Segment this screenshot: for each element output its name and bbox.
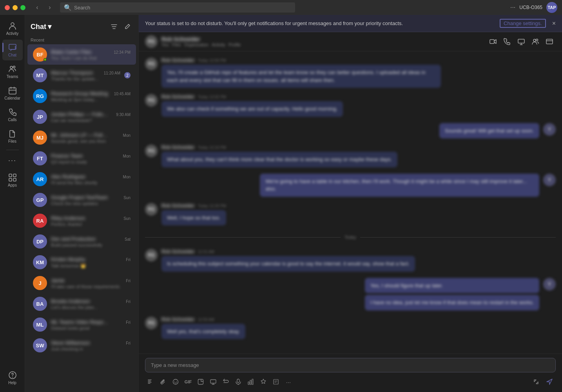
msg-sender: Rob Schneider [161, 203, 195, 209]
chat-item-time: Sat [125, 237, 131, 241]
message-row: RS Rob Schneider Today 12:20 PM Well, I … [145, 203, 556, 226]
msg-time: Today 12:10 PM [198, 145, 226, 150]
date-divider: Today [145, 235, 556, 240]
chat-title-dropdown[interactable]: Chat ▾ [31, 22, 51, 31]
message-input-box[interactable]: Type a new message [145, 358, 556, 372]
sidebar-item-files[interactable]: Files [2, 126, 23, 147]
chat-item[interactable]: AR Alex Rodriguez Mon I'll send the file… [27, 169, 136, 189]
sidebar-item-apps[interactable]: Apps [2, 170, 23, 191]
chat-item-content: Brooke Anderson Fri Let's discuss the pl… [51, 298, 131, 310]
chat-item[interactable]: RG Research Group Meeting 10:45 AM Meeti… [27, 86, 136, 106]
chat-item[interactable]: ML ML Teams Video Requirement... Fri Dat… [27, 314, 136, 335]
msg-content: Rob Schneider Today 12:10 PM What about … [161, 145, 397, 167]
close-button[interactable] [5, 5, 10, 10]
maximize-button[interactable] [20, 5, 25, 10]
svg-point-0 [11, 23, 14, 26]
user-avatar[interactable]: TAP [546, 2, 557, 13]
chat-avatar: GP [33, 193, 47, 207]
msg-sender: Rob Schneider [161, 249, 195, 254]
minimize-button[interactable] [13, 5, 18, 10]
msg-content: Rob Schneider 12:31 AM Is scheduling thi… [161, 249, 415, 272]
notes-button[interactable] [270, 376, 281, 387]
chat-item[interactable]: MJ Mr. Johnson LP — Following... Mon Sou… [27, 127, 136, 148]
audio-call-button[interactable] [501, 35, 513, 48]
more-header-button[interactable] [543, 35, 556, 48]
chat-item-name: Jordan Phillips — Following... [51, 111, 110, 117]
notification-close-button[interactable]: × [552, 20, 556, 27]
chat-contact-name: Rob Schneider [161, 36, 487, 42]
compose-button[interactable] [122, 21, 133, 32]
sidebar-item-calls[interactable]: Calls [2, 104, 23, 125]
chat-item-name: Steve Williamson [51, 340, 90, 346]
msg-avatar: RS [145, 58, 158, 70]
participants-button[interactable] [529, 35, 542, 48]
files-label: Files [8, 139, 16, 143]
back-button[interactable]: ‹ [32, 3, 43, 12]
chat-avatar: BF [33, 47, 47, 62]
chat-item[interactable]: J Jamie Fri I'll take care of those requ… [27, 273, 136, 293]
change-settings-button[interactable]: Change settings. [500, 19, 546, 28]
chat-item-top: Kirsten Murphy Fri [51, 256, 131, 262]
chat-item-name: Blake Carter Files [51, 49, 91, 55]
chat-header-status: You Files Organization Activity Profile [161, 42, 487, 47]
sidebar-item-help[interactable]: Help [2, 367, 23, 388]
chat-item-time: Mon [123, 133, 131, 138]
format-button[interactable] [145, 376, 156, 387]
chat-item[interactable]: DP Dev and Production Sat Build passed s… [27, 231, 136, 252]
search-bar[interactable]: 🔍 Search [60, 2, 295, 13]
msg-content: Rob Schneider Today 12:00 PM Yes, I'll c… [161, 58, 441, 88]
chat-avatar: MJ [33, 131, 47, 145]
sidebar-item-more[interactable]: ··· [2, 152, 23, 169]
chat-item[interactable]: RA Riley Anderson Sun Perfect, thanks! [27, 211, 136, 231]
chat-item-top: Riley Anderson Sun [51, 215, 131, 221]
filter-button[interactable] [109, 21, 120, 32]
msg-sender: Rob Schneider [161, 94, 195, 100]
sidebar-item-calendar[interactable]: Calendar [2, 83, 23, 103]
chat-item-time: Mon [123, 175, 131, 179]
chat-item[interactable]: BA Brooke Anderson Fri Let's discuss the… [27, 294, 136, 314]
emoji-button[interactable] [170, 376, 181, 387]
chat-item-top: Jordan Phillips — Following... 9:30 AM [51, 111, 131, 117]
chat-item-time: 12:34 PM [114, 50, 131, 54]
sidebar-item-chat[interactable]: Chat [2, 40, 23, 60]
chat-item[interactable]: SW Steve Williamson Fri Just checking in [27, 335, 136, 356]
chat-item[interactable]: GP Google Project TestTeam Sun Check the… [27, 190, 136, 210]
chat-item-content: Jordan Phillips — Following... 9:30 AM C… [51, 111, 131, 123]
attach-button[interactable] [158, 376, 169, 387]
chat-item[interactable]: FT Finance Team Mon Q3 report is ready [27, 148, 136, 169]
calls-label: Calls [8, 118, 16, 122]
chat-item[interactable]: JP Jordan Phillips — Following... 9:30 A… [27, 107, 136, 127]
more-options-button[interactable]: ··· [510, 4, 515, 11]
msg-bubble: What about you, they can't think more cl… [161, 152, 397, 167]
more-toolbar-button[interactable]: ··· [283, 376, 294, 387]
chat-item-content: Mr. Johnson LP — Following... Mon Sounds… [51, 132, 131, 143]
sidebar-item-activity[interactable]: Activity [2, 18, 23, 39]
send-button[interactable] [543, 376, 556, 388]
loop-button[interactable] [220, 376, 231, 387]
audio-msg-button[interactable] [233, 376, 244, 387]
chat-item-time: Mon [123, 154, 131, 158]
expand-button[interactable] [531, 376, 542, 387]
msg-bubble-own: I have no idea, just let me know if that… [365, 295, 539, 310]
video-call-button[interactable] [487, 35, 499, 48]
msg-avatar: RS [145, 317, 158, 329]
notification-text: Your status is set to do not disturb. Yo… [145, 20, 498, 26]
sidebar-item-teams[interactable]: Teams [2, 61, 23, 82]
chat-list-panel: Chat ▾ Recent [25, 15, 139, 392]
status-org: Organization [184, 42, 208, 47]
poll-button[interactable] [245, 376, 256, 387]
msg-avatar: RS [145, 249, 158, 261]
chat-item-preview: I'll send the files shortly [51, 180, 131, 185]
msg-avatar-own: Y [543, 123, 556, 136]
chat-item[interactable]: KM Kirsten Murphy Fri Talk tomorrow 👑 [27, 252, 136, 272]
screen-share-button[interactable] [515, 35, 528, 48]
gif-button[interactable]: GIF [183, 376, 194, 387]
praise-button[interactable] [258, 376, 269, 387]
screen-share-toolbar-btn[interactable] [208, 376, 219, 387]
chat-item[interactable]: MT Marcus Thompson 11:20 AM Thanks for t… [27, 65, 136, 85]
chat-panel-title: Chat [31, 23, 46, 31]
forward-button[interactable]: › [44, 3, 55, 12]
sticker-button[interactable] [195, 376, 206, 387]
svg-rect-21 [237, 379, 239, 383]
chat-item[interactable]: BF Blake Carter Files 12:34 PM You: Sure… [27, 44, 136, 65]
